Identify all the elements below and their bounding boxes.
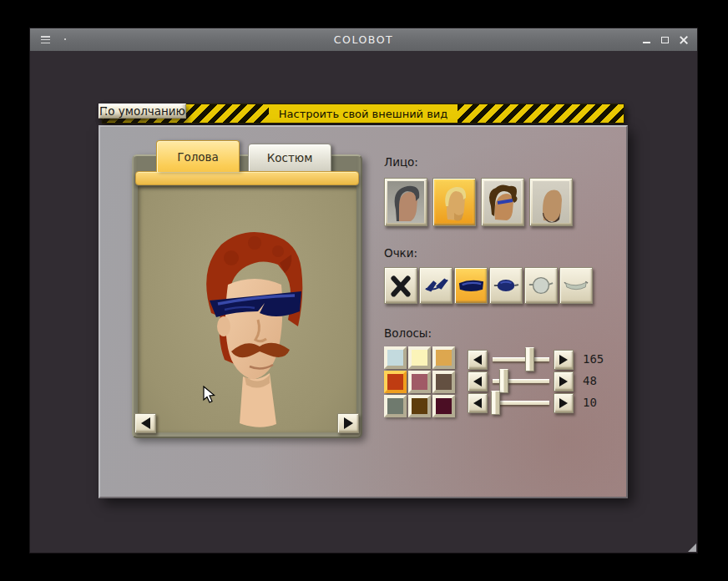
slider-value: 165 (583, 352, 604, 366)
slider-value: 10 (583, 396, 597, 409)
hair-color-swatch-1[interactable] (384, 346, 407, 369)
right-triangle-icon (559, 355, 568, 365)
hair-section-label: Волосы: (384, 326, 432, 340)
titlebar[interactable]: COLOBOT (30, 28, 697, 51)
tab-head[interactable]: Голова (156, 140, 240, 172)
left-triangle-icon (473, 376, 482, 386)
default-button[interactable]: По умолчанию (99, 104, 186, 119)
face-option-2-selected[interactable] (432, 178, 476, 226)
dialog-title: Настроить свой внешний вид (269, 104, 458, 123)
glasses-section-label: Очки: (384, 246, 417, 260)
minimize-button[interactable] (642, 35, 652, 45)
face-thumbnail-blond (436, 181, 473, 223)
slider-track[interactable] (493, 379, 549, 383)
face-thumbnail-dark-haired (387, 181, 424, 223)
slider-increase-button[interactable] (554, 350, 574, 370)
titlebar-dot (64, 38, 66, 40)
slider-increase-button[interactable] (554, 393, 574, 413)
character-preview (138, 186, 356, 432)
preview-next-button[interactable] (337, 413, 359, 433)
left-triangle-icon (141, 417, 150, 429)
face-option-4[interactable] (529, 178, 573, 226)
slider-row-red: 165 (468, 350, 626, 370)
slider-decrease-button[interactable] (468, 350, 488, 370)
preview-prev-button[interactable] (134, 413, 156, 433)
glasses-option-none[interactable] (384, 267, 417, 304)
slider-decrease-button[interactable] (468, 371, 488, 392)
tab-suit[interactable]: Костюм (248, 144, 331, 172)
character-head-image (138, 186, 356, 432)
slider-thumb[interactable] (525, 347, 534, 371)
tab-strip (135, 171, 359, 185)
glasses-option-monocle[interactable] (524, 267, 558, 304)
left-triangle-icon (473, 355, 482, 365)
slider-thumb[interactable] (499, 369, 508, 393)
half-frame-glasses-icon (422, 270, 449, 301)
hair-color-swatch-5[interactable] (408, 371, 431, 393)
glasses-option-wrap-selected[interactable] (454, 267, 488, 304)
oval-glasses-icon (493, 270, 519, 301)
wrap-sunglasses-icon (458, 270, 484, 301)
glasses-option-oval[interactable] (489, 267, 523, 304)
hair-color-swatch-9[interactable] (432, 395, 455, 417)
hair-color-swatch-3[interactable] (432, 346, 455, 369)
slider-value: 48 (583, 374, 597, 387)
visor-icon (563, 270, 589, 301)
glasses-option-half-frame[interactable] (419, 267, 452, 304)
slider-increase-button[interactable] (554, 371, 574, 392)
slider-decrease-button[interactable] (468, 393, 488, 413)
face-section-label: Лицо: (384, 155, 418, 169)
right-triangle-icon (559, 398, 568, 408)
app-window: COLOBOT Настроить свой внешний вид Голов… (29, 28, 698, 553)
resize-grip[interactable] (688, 543, 696, 552)
glasses-option-visor[interactable] (559, 267, 593, 304)
maximize-icon (661, 37, 669, 43)
hazard-stripes-right-icon (458, 104, 624, 123)
maximize-button[interactable] (660, 35, 670, 45)
hair-color-swatch-2[interactable] (408, 346, 431, 369)
screen: COLOBOT Настроить свой внешний вид Голов… (0, 0, 728, 581)
hair-color-swatch-7[interactable] (384, 395, 407, 417)
face-thumbnail-bald-beard (533, 181, 569, 223)
slider-row-green: 48 (468, 371, 626, 392)
minimize-icon (643, 42, 650, 43)
hair-color-swatch-8[interactable] (408, 395, 431, 417)
appearance-dialog: Настроить свой внешний вид Голова Костюм (99, 104, 628, 498)
window-title: COLOBOT (30, 33, 697, 46)
slider-track[interactable] (493, 357, 549, 361)
mouse-cursor (203, 386, 216, 404)
left-triangle-icon (473, 398, 482, 408)
hair-color-swatch-4-selected[interactable] (384, 371, 407, 393)
slider-thumb[interactable] (491, 391, 500, 415)
hamburger-icon[interactable] (41, 36, 50, 43)
round-monocle-icon (528, 270, 554, 301)
right-triangle-icon (344, 417, 353, 429)
close-icon (680, 36, 688, 44)
no-glasses-x-icon (387, 270, 414, 301)
face-thumbnail-glasses (484, 181, 521, 223)
window-controls (642, 28, 689, 51)
close-button[interactable] (679, 35, 689, 45)
face-option-3[interactable] (481, 178, 524, 226)
face-option-1[interactable] (384, 178, 427, 226)
slider-track[interactable] (493, 401, 549, 405)
right-triangle-icon (559, 376, 568, 386)
slider-row-blue: 10 (468, 393, 626, 413)
hair-color-swatch-6[interactable] (432, 371, 455, 393)
